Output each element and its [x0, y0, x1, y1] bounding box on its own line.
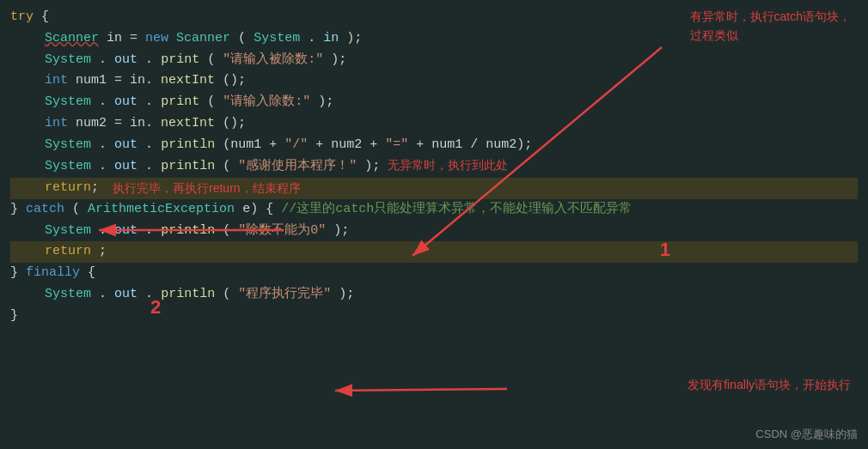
annotation-finally: 发现有finally语句块，开始执行	[688, 378, 851, 393]
code-line-14: System . out . println ( "程序执行完毕" );	[10, 284, 858, 306]
badge-1: 1	[660, 239, 670, 261]
code-line-10: } catch ( ArithmeticException e) { //这里的…	[10, 199, 858, 221]
annotation-return1: 执行完毕，再执行return，结束程序	[113, 179, 301, 198]
code-line-13: } finally {	[10, 263, 858, 284]
code-line-3: System . out . print ( "请输入被除数:" );	[10, 50, 858, 71]
code-line-9: return ; 执行完毕，再执行return，结束程序	[10, 178, 858, 199]
code-line-6: int num2 = in. nextInt ();	[10, 113, 858, 135]
code-line-12: return ;	[10, 241, 858, 263]
annotation-no-exception: 无异常时，执行到此处	[388, 158, 508, 172]
code-line-11: System . out . println ( "除数不能为0" );	[10, 221, 858, 242]
field-in: in	[323, 31, 339, 46]
annotation-exception: 有异常时，执行catch语句块， 过程类似	[690, 7, 851, 46]
code-line-8: System . out . println ( "感谢使用本程序！" ); 无…	[10, 155, 858, 178]
code-editor: try { Scanner in = new Scanner ( System …	[0, 0, 868, 333]
class-system: System	[254, 31, 300, 46]
watermark: CSDN @恶趣味的猫	[755, 427, 858, 442]
code-line-5: System . out . print ( "请输入除数:" );	[10, 92, 858, 113]
arrow-finally	[335, 389, 507, 391]
keyword-new: new	[145, 31, 168, 46]
code-line-4: int num1 = in. nextInt ();	[10, 70, 858, 92]
keyword-try: try	[10, 9, 34, 24]
code-line-7: System . out . println (num1 + "/" + num…	[10, 135, 858, 156]
badge-2: 2	[150, 296, 161, 319]
class-scanner: Scanner	[45, 31, 99, 46]
class-scanner2: Scanner	[176, 31, 230, 46]
code-line-15: }	[10, 306, 858, 327]
